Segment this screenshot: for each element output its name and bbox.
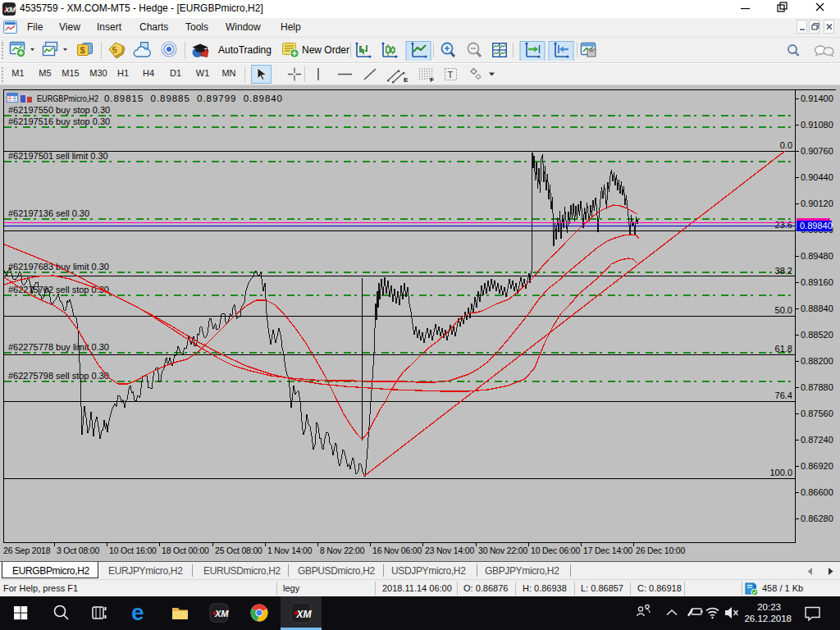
svg-text:26 Sep 2018: 26 Sep 2018 [3,546,51,555]
svg-text:0.90440: 0.90440 [801,172,833,182]
svg-text:0.0: 0.0 [780,140,792,150]
svg-text:0.89160: 0.89160 [801,277,833,287]
svg-text:#62275798 sell stop 0.30: #62275798 sell stop 0.30 [8,371,109,381]
svg-text:T: T [448,70,454,80]
svg-text:23.6: 23.6 [775,220,792,230]
svg-text:100.0: 100.0 [769,468,792,477]
svg-text:26.12.2018: 26.12.2018 [744,614,792,623]
svg-text:0.87240: 0.87240 [801,435,833,445]
svg-text:0.87880: 0.87880 [801,382,833,392]
svg-text:17 Dec 14:00: 17 Dec 14:00 [583,546,632,555]
svg-text:30 Nov 22:00: 30 Nov 22:00 [478,546,527,555]
svg-text:XM: XM [214,609,229,619]
svg-text:#62197136 sell 0.30: #62197136 sell 0.30 [8,208,89,218]
svg-text:0.91080: 0.91080 [801,120,833,130]
svg-text:0.88520: 0.88520 [801,330,833,340]
svg-text:26 Dec 10:00: 26 Dec 10:00 [636,546,685,555]
svg-text:1 Nov 14:00: 1 Nov 14:00 [267,546,313,555]
svg-text:0.86920: 0.86920 [801,461,833,471]
svg-text:0.87560: 0.87560 [801,409,833,418]
svg-text:XM: XM [296,609,313,620]
svg-text:38.2: 38.2 [775,266,792,276]
svg-text:0.88200: 0.88200 [801,356,833,366]
svg-text:0.89480: 0.89480 [801,251,833,261]
svg-text:E: E [404,76,409,84]
svg-text:e: e [131,600,144,625]
svg-text:76.4: 76.4 [775,390,792,400]
svg-text:3 Oct 08:00: 3 Oct 08:00 [57,546,99,555]
svg-text:#62197516 buy stop 0.30: #62197516 buy stop 0.30 [8,116,110,126]
svg-text:50.0: 50.0 [775,305,792,315]
svg-text:F: F [430,76,434,84]
svg-text:0.89815 0.89885 0.89799 0.8: 0.89815 0.89885 0.89799 0.89840 [104,94,282,103]
svg-text:0.86280: 0.86280 [801,514,833,523]
svg-text:0.91400: 0.91400 [801,94,833,103]
svg-text:16 Nov 06:00: 16 Nov 06:00 [372,546,422,555]
svg-text:61.8: 61.8 [775,344,792,354]
svg-text:18 Oct 00:00: 18 Oct 00:00 [162,546,209,555]
svg-text:0.88840: 0.88840 [801,304,833,313]
svg-text:8 Nov 22:00: 8 Nov 22:00 [320,546,365,555]
svg-text:EURGBPmicro,H2: EURGBPmicro,H2 [37,94,98,103]
svg-text:#62197501 sell limit 0.30: #62197501 sell limit 0.30 [8,151,108,161]
svg-text:23 Nov 14:00: 23 Nov 14:00 [425,546,474,555]
svg-text:0.89840: 0.89840 [800,221,833,231]
svg-text:10 Dec 06:00: 10 Dec 06:00 [531,546,580,555]
svg-text:25 Oct 08:00: 25 Oct 08:00 [215,546,262,555]
svg-text:$: $ [80,45,85,55]
svg-text:20:23: 20:23 [757,602,781,612]
svg-text:0.86600: 0.86600 [801,487,833,497]
svg-text:0.90760: 0.90760 [801,146,833,156]
svg-text:10 Oct 16:00: 10 Oct 16:00 [109,546,157,555]
svg-text:#62275778 buy limit 0.30: #62275778 buy limit 0.30 [8,342,109,352]
svg-text:#62197550 buy stop 0.30: #62197550 buy stop 0.30 [8,105,110,115]
svg-text:XM: XM [3,6,16,14]
svg-text:0.90120: 0.90120 [801,199,833,208]
